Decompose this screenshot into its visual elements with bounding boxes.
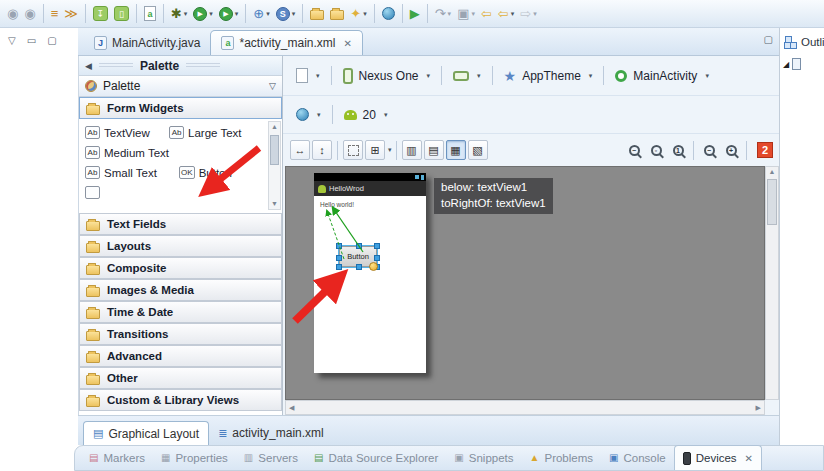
- view-tab-properties[interactable]: ▦Properties: [153, 445, 236, 470]
- run-as-button[interactable]: ▶: [408, 3, 422, 25]
- minimize-icon[interactable]: ▭: [27, 35, 36, 46]
- zoom-out-button[interactable]: −: [624, 140, 644, 160]
- palette-section-text-fields[interactable]: Text Fields: [79, 213, 282, 235]
- locale-dropdown[interactable]: ▾: [289, 102, 328, 128]
- palette-mode-dropdown[interactable]: Palette ▽: [79, 76, 282, 97]
- new-web-service-button[interactable]: ⊕▾: [251, 3, 271, 25]
- debug-button[interactable]: ✱▾: [169, 3, 189, 25]
- zoom-plus-button[interactable]: +: [721, 140, 741, 160]
- view-tab-problems[interactable]: ▲Problems: [522, 445, 601, 470]
- view-tab-snippets[interactable]: ▣Snippets: [446, 445, 521, 470]
- pin-editor-button[interactable]: ▣▾: [455, 3, 477, 25]
- pin-right-button[interactable]: ◉: [22, 3, 37, 25]
- palette-section-time-date[interactable]: Time & Date: [79, 301, 282, 323]
- scrollbar-thumb[interactable]: [767, 179, 777, 225]
- palette-section-advanced[interactable]: Advanced: [79, 345, 282, 367]
- palette-scrollbar[interactable]: ▲ ▼: [268, 121, 281, 210]
- toggle-margins-button[interactable]: ▥: [402, 140, 422, 160]
- close-view-icon[interactable]: ✕: [745, 453, 753, 464]
- canvas-horizontal-scrollbar[interactable]: ◀ ▶: [285, 400, 765, 415]
- forward-button[interactable]: ⇨▾: [518, 3, 538, 25]
- layout-surface[interactable]: Hello world! Button: [314, 196, 426, 373]
- scrollbar-thumb[interactable]: [270, 135, 279, 165]
- tree-expand-icon[interactable]: ◢: [783, 60, 789, 69]
- lint-error-badge[interactable]: 2: [757, 142, 773, 158]
- orientation-dropdown[interactable]: ▾: [446, 63, 488, 89]
- palette-item-textview[interactable]: AbTextView: [85, 126, 161, 139]
- toggle-grid-button[interactable]: ▦: [446, 140, 466, 160]
- outline-tree-root[interactable]: ◢: [780, 48, 824, 70]
- api-level-dropdown[interactable]: 20▾: [337, 102, 395, 128]
- tab-graphical-layout[interactable]: ▤ Graphical Layout: [83, 421, 209, 445]
- palette-item-button[interactable]: OKButton: [179, 166, 241, 179]
- open-resource-button[interactable]: [328, 3, 346, 25]
- search-button[interactable]: ✦▾: [348, 3, 368, 25]
- dropdown-caret-icon[interactable]: ▾: [388, 146, 392, 154]
- scroll-up-icon[interactable]: ▲: [271, 122, 278, 132]
- scroll-left-icon[interactable]: ◀: [289, 403, 294, 413]
- palette-section-other[interactable]: Other: [79, 367, 282, 389]
- view-menu-icon[interactable]: ▽: [8, 35, 16, 46]
- tab-xml-source[interactable]: ≣ activity_main.xml: [209, 421, 333, 445]
- canvas-vertical-scrollbar[interactable]: ▲: [765, 166, 779, 400]
- device-dropdown[interactable]: Nexus One▾: [336, 63, 438, 89]
- tab-activity-main-xml[interactable]: a *activity_main.xml ✕: [210, 30, 362, 55]
- design-canvas[interactable]: HelloWrod Hello world! Button: [285, 166, 765, 400]
- textview-hello-world[interactable]: Hello world!: [320, 201, 354, 208]
- palette-section-composite[interactable]: Composite: [79, 257, 282, 279]
- avd-manager-button[interactable]: ▯: [112, 3, 131, 25]
- fill-width-button[interactable]: ↔: [290, 140, 310, 160]
- android-sdk-manager-button[interactable]: ↧: [91, 3, 110, 25]
- selection-mode-button[interactable]: [343, 140, 363, 160]
- palette-section-transitions[interactable]: Transitions: [79, 323, 282, 345]
- resize-handle[interactable]: [374, 243, 380, 249]
- scroll-up-icon[interactable]: ▲: [769, 167, 776, 177]
- view-tab-markers[interactable]: ▤Markers: [81, 445, 153, 470]
- pin-left-button[interactable]: ◉: [5, 3, 20, 25]
- web-browser-button[interactable]: [380, 3, 397, 25]
- drag-grip[interactable]: [99, 63, 133, 69]
- resize-handle[interactable]: [336, 243, 342, 249]
- run-button[interactable]: ▶▾: [191, 3, 215, 25]
- palette-section-images-media[interactable]: Images & Media: [79, 279, 282, 301]
- zoom-fit-button[interactable]: ▫: [646, 140, 666, 160]
- scroll-right-icon[interactable]: ▶: [756, 403, 761, 413]
- toggle-snap-button[interactable]: ▤: [424, 140, 444, 160]
- toggle-includes-button[interactable]: ▧: [468, 140, 488, 160]
- resize-handle[interactable]: [356, 243, 362, 249]
- new-android-xml-button[interactable]: a: [142, 3, 158, 25]
- back-history-button[interactable]: ⇦▾: [496, 3, 516, 25]
- view-tab-devices[interactable]: Devices✕: [674, 445, 762, 470]
- resize-handle[interactable]: [356, 264, 362, 270]
- resize-handle[interactable]: [374, 255, 380, 261]
- palette-section-custom-library-views[interactable]: Custom & Library Views: [79, 389, 282, 411]
- zoom-100-button[interactable]: 1: [668, 140, 688, 160]
- config-dropdown[interactable]: ▾: [289, 63, 327, 89]
- palette-item-medium-text[interactable]: AbMedium Text: [85, 146, 187, 159]
- drag-grip[interactable]: [186, 63, 220, 69]
- close-tab-icon[interactable]: ✕: [344, 38, 352, 49]
- new-soap-button[interactable]: S▾: [274, 3, 298, 25]
- scroll-down-icon[interactable]: ▼: [271, 199, 278, 209]
- palette-item-clipped[interactable]: [85, 186, 161, 199]
- back-button[interactable]: ⇦: [479, 3, 494, 25]
- theme-dropdown[interactable]: ★AppTheme▾: [497, 63, 600, 89]
- activity-dropdown[interactable]: MainActivity▾: [608, 63, 716, 89]
- collapse-palette-icon[interactable]: ◀: [85, 61, 92, 71]
- palette-section-layouts[interactable]: Layouts: [79, 235, 282, 257]
- next-annotation-button[interactable]: ≫: [62, 3, 80, 25]
- view-tab-console[interactable]: ▣Console: [601, 445, 674, 470]
- mark-occurrences-button[interactable]: ≡: [49, 3, 61, 25]
- view-tab-data-source-explorer[interactable]: ▤Data Source Explorer: [306, 445, 446, 470]
- selected-button-widget[interactable]: Button: [339, 246, 377, 267]
- view-tab-servers[interactable]: ▥Servers: [236, 445, 306, 470]
- maximize-editor-icon[interactable]: ▢: [764, 34, 773, 45]
- palette-section-form-widgets[interactable]: Form Widgets: [79, 97, 282, 119]
- last-edit-location-button[interactable]: ↷▾: [433, 3, 453, 25]
- zoom-minus-button[interactable]: −: [699, 140, 719, 160]
- tab-mainactivity-java[interactable]: J MainActivity.java: [84, 30, 210, 55]
- open-type-button[interactable]: [308, 3, 326, 25]
- maximize-icon[interactable]: ▢: [47, 35, 56, 46]
- run-external-button[interactable]: ▶▾: [217, 3, 241, 25]
- palette-item-small-text[interactable]: AbSmall Text: [85, 166, 171, 179]
